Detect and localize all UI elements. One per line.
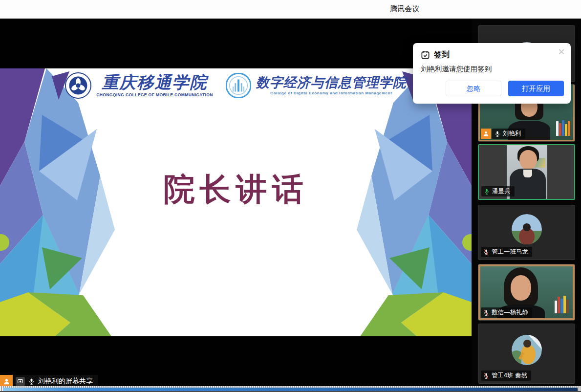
shared-taskbar-sliver — [3, 388, 578, 391]
close-icon[interactable]: × — [558, 46, 565, 58]
person-yellow-avatar — [512, 335, 542, 365]
participant-name: 刘艳利 — [503, 130, 521, 138]
mic-muted-icon — [483, 309, 489, 316]
logo-digital-economy-college: 数字经济与信息管理学院 College of Digital Economy a… — [226, 73, 407, 98]
participant-name: 管工4班 秦然 — [492, 371, 527, 380]
shared-screen-stage[interactable]: 重庆移通学院 CHONGQING COLLEGE OF MOBILE COMMU… — [0, 19, 472, 386]
chongqing-college-emblem-icon — [65, 72, 91, 99]
mic-muted-icon — [483, 372, 489, 379]
screen-share-banner: 刘艳利的屏幕共享 — [0, 375, 98, 386]
member-badge-icon — [481, 129, 491, 139]
slide-logo-row: 重庆移通学院 CHONGQING COLLEGE OF MOBILE COMMU… — [0, 72, 472, 99]
sign-in-calendar-icon — [421, 50, 430, 60]
participant-name: 数信—杨礼静 — [492, 308, 528, 317]
screen-share-icon — [16, 377, 25, 386]
participant-name: 潘显兵 — [492, 187, 511, 196]
logo2-english-name: College of Digital Economy and Informati… — [270, 91, 392, 95]
shared-desktop-edge — [0, 386, 581, 392]
mic-speaking-icon — [484, 188, 490, 195]
sign-in-notification: × 签到 刘艳利邀请您使用签到 忽略 打开应用 — [413, 43, 571, 104]
window-title: 腾讯会议 — [377, 4, 432, 14]
mic-on-icon — [495, 131, 500, 137]
logo1-chinese-name: 重庆移通学院 — [102, 74, 208, 91]
logo1-english-name: CHONGQING COLLEGE OF MOBILE COMMUNICATIO… — [96, 92, 213, 97]
window-titlebar: 腾讯会议 — [0, 0, 581, 19]
screen-share-label: 刘艳利的屏幕共享 — [38, 377, 93, 386]
open-app-button[interactable]: 打开应用 — [508, 81, 564, 96]
notification-message: 刘艳利邀请您使用签到 — [421, 65, 564, 74]
participant-tile-panxianbing[interactable]: 潘显兵 — [478, 144, 575, 200]
participant-tile-yanglijing[interactable]: 数信—杨礼静 — [478, 264, 575, 321]
person-back-avatar — [512, 214, 542, 244]
participant-tile-qinran[interactable]: 管工4班 秦然 — [478, 324, 575, 384]
member-badge-icon — [0, 375, 13, 386]
slide-title: 院长讲话 — [0, 168, 472, 211]
presentation-slide: 重庆移通学院 CHONGQING COLLEGE OF MOBILE COMMU… — [0, 68, 472, 336]
notification-title: 签到 — [434, 50, 450, 60]
logo-chongqing-college: 重庆移通学院 CHONGQING COLLEGE OF MOBILE COMMU… — [65, 72, 213, 99]
participant-name: 管工一班马龙 — [492, 248, 528, 256]
microphone-icon — [28, 378, 35, 385]
ignore-button[interactable]: 忽略 — [446, 81, 501, 96]
logo2-chinese-name: 数字经济与信息管理学院 — [256, 76, 407, 89]
participant-tile-malong[interactable]: 管工一班马龙 — [478, 205, 575, 260]
mic-muted-icon — [483, 249, 489, 256]
tencent-meeting-window: 腾讯会议 — [0, 0, 581, 392]
digital-economy-college-emblem-icon — [226, 73, 251, 98]
